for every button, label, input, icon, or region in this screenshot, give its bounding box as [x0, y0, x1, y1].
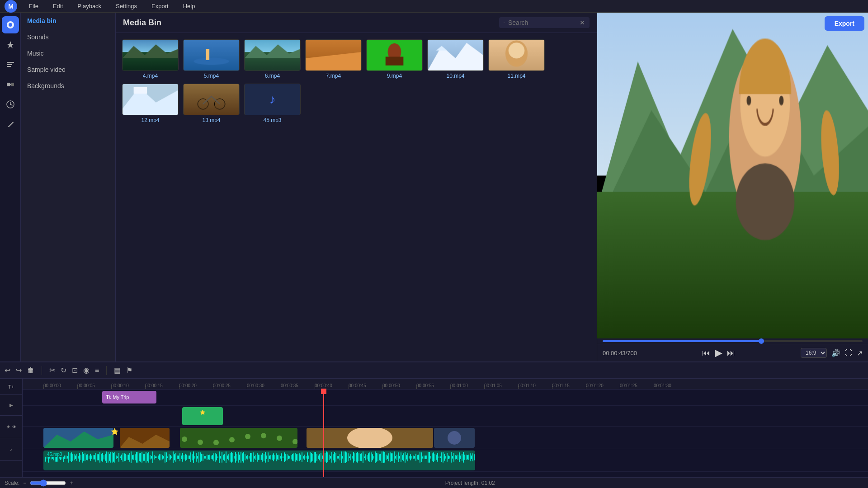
- menu-help[interactable]: Help: [180, 2, 198, 10]
- waveform-bar: [417, 455, 418, 460]
- export-button[interactable]: Export: [825, 16, 864, 31]
- media-item-10mp4[interactable]: 10.mp4: [427, 39, 484, 79]
- clip-main1[interactable]: [43, 428, 113, 448]
- expand-icon[interactable]: ↗: [857, 349, 863, 357]
- scale-min-icon: −: [23, 480, 26, 486]
- menu-playback[interactable]: Playback: [75, 2, 104, 10]
- redo2-btn[interactable]: ↻: [61, 366, 66, 375]
- search-bar: ✕: [499, 17, 590, 28]
- sidebar-btn-home[interactable]: [2, 16, 19, 33]
- timeline-toolbar: ↩ ↪ 🗑 ✂ ↻ ⊡ ◉ ≡ ▤ ⚑: [0, 362, 868, 379]
- crop-btn[interactable]: ⊡: [72, 366, 78, 375]
- preview-progress-fill: [603, 340, 764, 342]
- waveform-bar: [390, 452, 391, 462]
- waveform-bar: [198, 452, 199, 463]
- ruler-line: [247, 386, 247, 389]
- waveform-bar: [90, 454, 91, 461]
- menu-file[interactable]: File: [26, 2, 41, 10]
- clip-main2[interactable]: [120, 428, 170, 448]
- audio-clip-45mp3[interactable]: 45.mp3: [43, 450, 475, 470]
- media-thumb-9mp4: [366, 39, 423, 71]
- cut-btn[interactable]: ✂: [49, 366, 55, 375]
- waveform-bar: [135, 454, 136, 461]
- menu-settings[interactable]: Settings: [113, 2, 140, 10]
- waveform-bar: [463, 452, 464, 463]
- clip-main5[interactable]: [434, 428, 475, 448]
- svg-rect-5: [7, 66, 11, 67]
- volume-icon[interactable]: 🔊: [831, 349, 840, 357]
- sidebar-btn-titles[interactable]: [2, 56, 19, 73]
- media-item-9mp4[interactable]: 9.mp4: [366, 39, 423, 79]
- next-frame-btn[interactable]: ⏭: [727, 348, 735, 358]
- waveform-bar: [132, 455, 133, 460]
- waveform-bar: [449, 456, 450, 459]
- waveform-bar: [89, 455, 90, 460]
- media-grid: 4.mp4 5.mp4 6.mp4 7.mp4: [116, 33, 597, 130]
- menu-edit[interactable]: Edit: [50, 2, 66, 10]
- waveform-bar: [254, 456, 255, 458]
- preview-progress-thumb[interactable]: [759, 338, 764, 344]
- clip-greenscreen[interactable]: ⭐: [182, 407, 223, 425]
- panel-section-backgrounds[interactable]: Backgrounds: [21, 78, 115, 94]
- svg-rect-4: [7, 64, 12, 65]
- caption-btn[interactable]: ▤: [114, 366, 121, 375]
- waveform-bar: [291, 455, 292, 460]
- waveform-bar: [384, 452, 385, 462]
- menu-export[interactable]: Export: [149, 2, 171, 10]
- media-item-13mp4[interactable]: 13.mp4: [183, 84, 240, 123]
- waveform-bar: [106, 451, 107, 463]
- svg-point-1: [9, 23, 12, 27]
- waveform-bar: [148, 452, 149, 463]
- waveform-bar: [93, 455, 94, 460]
- waveform-bar: [420, 452, 420, 462]
- aspect-ratio-select[interactable]: 16:9 9:16 4:3 1:1: [801, 348, 827, 358]
- media-item-45mp3[interactable]: ♪ 45.mp3: [244, 84, 301, 123]
- media-item-6mp4[interactable]: 6.mp4: [244, 39, 301, 79]
- sidebar-btn-tools[interactable]: [2, 116, 19, 133]
- sidebar-btn-speed[interactable]: [2, 96, 19, 113]
- media-item-5mp4[interactable]: 5.mp4: [183, 39, 240, 79]
- preview-progress-bar[interactable]: [603, 340, 863, 342]
- delete-btn[interactable]: 🗑: [27, 366, 34, 375]
- panel-section-samplevideo[interactable]: Sample video: [21, 61, 115, 78]
- marker-btn[interactable]: ◉: [83, 366, 90, 375]
- waveform-bar: [299, 453, 300, 461]
- media-item-12mp4[interactable]: 12.mp4: [122, 84, 179, 123]
- panel-section-sounds[interactable]: Sounds: [21, 29, 115, 45]
- list-btn[interactable]: ≡: [95, 366, 99, 375]
- sidebar-btn-effects[interactable]: [2, 36, 19, 53]
- prev-frame-btn[interactable]: ⏮: [702, 348, 710, 358]
- waveform-bar: [128, 455, 129, 460]
- waveform-bar: [455, 455, 456, 460]
- scale-slider[interactable]: [30, 479, 66, 487]
- waveform-bar: [193, 451, 194, 463]
- svg-marker-2: [7, 41, 14, 48]
- clip-main4[interactable]: [307, 428, 433, 448]
- media-item-11mp4[interactable]: 11.mp4: [488, 39, 545, 79]
- panel-section-mediabin[interactable]: Media bin: [21, 13, 115, 29]
- fullscreen-icon[interactable]: ⛶: [845, 349, 852, 357]
- flag-btn[interactable]: ⚑: [126, 366, 132, 375]
- media-item-7mp4[interactable]: 7.mp4: [305, 39, 362, 79]
- timeline-main[interactable]: 00:00:0000:00:0500:00:1000:00:1500:00:20…: [23, 379, 868, 477]
- waveform-bar: [95, 453, 96, 462]
- text-clip-mytrip[interactable]: Tt My Trip: [102, 391, 156, 404]
- waveform-bar: [421, 452, 422, 462]
- waveform-bar: [348, 453, 349, 461]
- search-close-icon[interactable]: ✕: [580, 19, 585, 26]
- undo-btn[interactable]: ↩: [5, 366, 10, 375]
- waveform-bar: [94, 455, 95, 460]
- waveform-bar: [418, 455, 419, 460]
- preview-wrapper: [597, 13, 868, 338]
- panel-section-music[interactable]: Music: [21, 45, 115, 61]
- waveform-bar: [426, 455, 427, 459]
- waveform-bar: [99, 452, 100, 463]
- waveform-bar: [182, 453, 183, 462]
- media-item-4mp4[interactable]: 4.mp4: [122, 39, 179, 79]
- sidebar-btn-transitions[interactable]: [2, 76, 19, 93]
- redo-btn[interactable]: ↪: [16, 366, 22, 375]
- search-input[interactable]: [508, 19, 576, 26]
- clip-star[interactable]: ⭐: [113, 428, 120, 434]
- play-pause-btn[interactable]: ▶: [715, 347, 722, 359]
- clip-main3[interactable]: [180, 428, 297, 448]
